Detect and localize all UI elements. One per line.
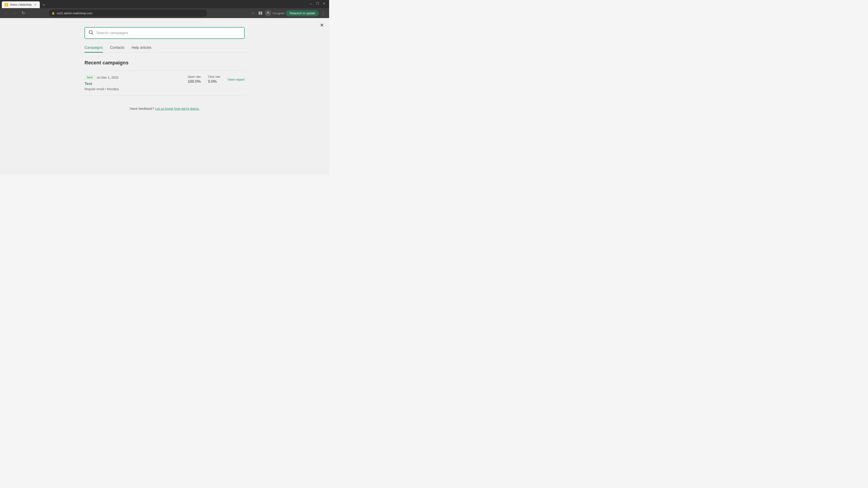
svg-rect-2 [258, 11, 260, 15]
address-text: us21.admin.mailchimp.com [57, 11, 92, 15]
campaigns-section: Recent campaigns Sent on Dec 1, 2023 Tes… [81, 60, 248, 96]
tab-bar: C Home | Mailchimp × + — ❐ ✕ [0, 0, 329, 8]
campaign-meta: Sent on Dec 1, 2023 [85, 75, 188, 80]
click-rate-label: Click rate [208, 75, 220, 78]
window-controls: — ❐ ✕ [307, 0, 327, 8]
incognito-label: Incognito [273, 11, 285, 15]
campaign-date: on Dec 1, 2023 [97, 76, 119, 79]
search-container [81, 27, 248, 39]
split-screen-button[interactable] [257, 10, 264, 16]
tab-contacts[interactable]: Contacts [110, 43, 124, 53]
svg-text:C: C [5, 4, 7, 6]
new-tab-button[interactable]: + [41, 2, 47, 8]
tab-favicon: C [4, 3, 8, 6]
incognito-indicator: Incognito [265, 10, 285, 16]
incognito-avatar [265, 10, 271, 16]
window-close-button[interactable]: ✕ [321, 0, 327, 7]
tabs-navigation: Campaigns Contacts Help articles [81, 43, 248, 53]
search-box [85, 27, 245, 39]
click-rate-value: 0.0% [208, 79, 220, 84]
campaign-name-link[interactable]: Test [85, 82, 188, 86]
tab-campaigns[interactable]: Campaigns [85, 43, 103, 53]
svg-point-5 [268, 12, 269, 13]
section-title: Recent campaigns [85, 60, 245, 66]
relaunch-button[interactable]: Relaunch to update [286, 10, 319, 16]
maximize-button[interactable]: ❐ [314, 0, 320, 7]
campaign-type: Regular email • Moodjoy [85, 87, 119, 91]
open-rate-label: Open rate [188, 75, 201, 78]
open-rate-block: Open rate 100.0% [188, 75, 201, 84]
active-tab[interactable]: C Home | Mailchimp × [2, 1, 40, 8]
feedback-text: Have feedback? [130, 107, 154, 110]
address-input-wrap[interactable]: 🔒 us21.admin.mailchimp.com [49, 9, 207, 17]
lock-icon: 🔒 [52, 11, 55, 15]
svg-rect-3 [260, 11, 262, 15]
tab-close-button[interactable]: × [33, 3, 37, 6]
tab-title: Home | Mailchimp [10, 3, 32, 6]
close-overlay-button[interactable]: ✕ [318, 22, 326, 29]
feedback-link[interactable]: Let us know how we're doing. [155, 107, 199, 110]
sent-badge: Sent [85, 75, 95, 80]
open-rate-value: 100.0% [188, 79, 201, 84]
campaign-left: Sent on Dec 1, 2023 Test Regular email •… [85, 75, 188, 91]
search-input[interactable] [96, 31, 241, 35]
svg-line-7 [92, 33, 93, 35]
page-content: ✕ Campaigns Contacts Help articles Recen… [0, 18, 329, 175]
view-report-button[interactable]: View report [227, 77, 245, 81]
back-button[interactable]: ← [3, 10, 9, 17]
search-icon [89, 30, 94, 36]
campaign-stats: Open rate 100.0% Click rate 0.0% View re… [188, 75, 245, 84]
click-rate-block: Click rate 0.0% [208, 75, 220, 84]
address-right-controls: ☆ Incognito Relaunch to update ⋮ [250, 10, 327, 16]
address-bar: ← → ↻ 🔒 us21.admin.mailchimp.com ☆ Incog… [0, 8, 329, 18]
campaign-item: Sent on Dec 1, 2023 Test Regular email •… [85, 70, 245, 96]
browser-menu-button[interactable]: ⋮ [320, 10, 327, 16]
minimize-button[interactable]: — [307, 0, 314, 7]
feedback-section: Have feedback? Let us know how we're doi… [0, 107, 329, 110]
bookmark-button[interactable]: ☆ [250, 10, 256, 16]
reload-button[interactable]: ↻ [20, 10, 27, 17]
tab-help-articles[interactable]: Help articles [131, 43, 151, 53]
forward-button[interactable]: → [11, 10, 18, 17]
